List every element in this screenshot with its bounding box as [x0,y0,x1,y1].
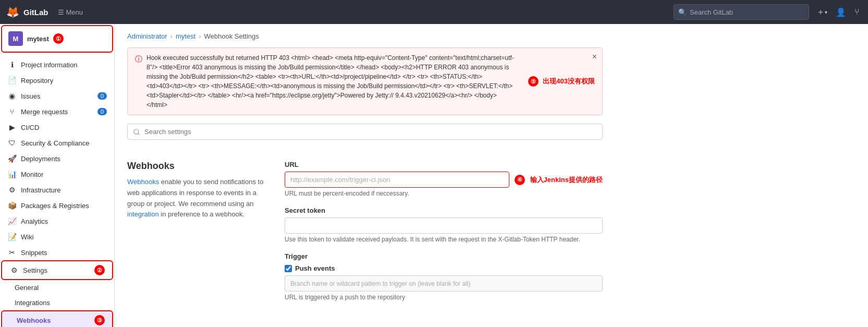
sidebar-item-infrastructure[interactable]: ⚙ Infrastructure [0,182,114,198]
alert-close-button[interactable]: × [592,52,597,62]
push-events-label: Push events [295,264,335,272]
info-icon: ℹ [7,60,17,69]
wiki-icon: 📝 [7,233,17,241]
sidebar-item-label: Webhooks [17,317,90,324]
sidebar-item-label: Security & Compliance [21,139,107,147]
alert-banner: ⓘ Hook executed successfully but returne… [127,47,603,115]
sidebar-item-webhooks[interactable]: Webhooks ③ [2,311,112,327]
main-content: Administrator › mytest › Webhook Setting… [115,24,868,327]
chevron-down-icon: ▾ [825,9,827,15]
url-help: URL must be percent-encoded if neccessar… [285,190,603,197]
webhooks-link[interactable]: Webhooks [127,178,159,186]
annotation-badge-5: ⑤ [528,76,539,87]
sidebar-item-label: CI/CD [21,124,107,131]
alert-icon: ⓘ [135,54,142,110]
hamburger-icon: ☰ [58,8,64,16]
sidebar-item-settings[interactable]: ⚙ Settings ② [2,261,112,279]
sidebar-item-wiki[interactable]: 📝 Wiki [0,229,114,245]
sidebar-item-merge-requests[interactable]: ⑂ Merge requests 0 [0,104,114,119]
webhooks-description: Webhooks Webhooks enable you to send not… [127,161,268,310]
sidebar-item-label: Snippets [21,249,107,257]
sidebar-item-security-compliance[interactable]: 🛡 Security & Compliance [0,135,114,151]
breadcrumb-administrator[interactable]: Administrator [127,32,167,40]
sidebar-item-label: Merge requests [21,108,93,116]
branch-help: URL is triggered by a push to the reposi… [285,294,603,301]
packages-icon: 📦 [7,201,17,210]
profile-icon: 👤 [836,7,846,17]
search-icon: 🔍 [678,8,687,16]
sidebar-item-repository[interactable]: 📄 Repository [0,72,114,88]
sidebar-item-snippets[interactable]: ✂ Snippets [0,245,114,260]
secret-token-section: Secret token Use this token to validate … [285,207,603,243]
gitlab-logo: 🦊 GitLab [6,6,48,18]
sidebar-item-deployments[interactable]: 🚀 Deployments [0,151,114,166]
trigger-label: Trigger [285,252,603,260]
trigger-section: Trigger Push events URL is triggered by … [285,252,603,301]
breadcrumb-current: Webhook Settings [204,32,259,40]
create-new-button[interactable]: ＋ ▾ [814,5,829,20]
monitor-icon: 📊 [7,170,17,178]
issues-icon: ◉ [7,92,17,100]
sidebar-item-label: Settings [23,267,90,274]
sidebar-item-label: Analytics [21,217,107,225]
url-annotation-text: 输入Jenkins提供的路径 [530,175,603,185]
annotation-badge-1: ① [53,33,64,44]
url-row: ④ 输入Jenkins提供的路径 [285,172,603,188]
search-settings-container [127,124,603,150]
alert-text: Hook executed successfully but returned … [146,53,519,110]
menu-button[interactable]: ☰ Menu [54,6,88,18]
url-label: URL [285,161,603,168]
annotation-badge-2: ② [94,265,105,275]
settings-icon: ⚙ [9,266,19,274]
infra-icon: ⚙ [7,186,17,194]
annotation-badge-4: ④ [515,175,525,185]
secret-token-help: Use this token to validate received payl… [285,236,603,243]
sidebar-item-label: Project information [21,61,107,69]
sidebar-item-monitor[interactable]: 📊 Monitor [0,166,114,182]
breadcrumb-sep: › [170,32,173,40]
sidebar-item-general[interactable]: General [0,280,114,295]
repo-icon: 📄 [7,76,17,84]
search-settings-input[interactable] [127,124,603,140]
shield-icon: 🛡 [7,139,17,147]
sidebar-item-cicd[interactable]: ▶ CI/CD [0,119,114,135]
global-search-bar[interactable]: 🔍 Search GitLab [674,4,809,20]
integration-link[interactable]: integration [127,210,159,218]
merge-icon: ⑂ [7,107,17,116]
url-section: URL ④ 输入Jenkins提供的路径 URL must be percent… [285,161,603,197]
secret-token-label: Secret token [285,207,603,214]
merge-request-button[interactable]: ⑂ [852,5,862,19]
nav-icons: ＋ ▾ 👤 ⑂ [814,5,862,20]
sidebar-item-project-information[interactable]: ℹ Project information [0,57,114,72]
url-input[interactable] [285,172,509,188]
webhooks-form: URL ④ 输入Jenkins提供的路径 URL must be percent… [285,161,603,310]
sidebar-item-label: Integrations [15,299,107,307]
branch-pattern-input[interactable] [285,275,603,292]
sidebar-item-label: Deployments [21,155,107,163]
annotation-badge-3: ③ [94,315,105,325]
sidebar-item-label: General [15,284,107,292]
merge-icon: ⑂ [854,7,860,17]
push-events-checkbox[interactable] [285,265,292,272]
top-nav: 🦊 GitLab ☰ Menu 🔍 Search GitLab ＋ ▾ 👤 ⑂ [0,0,868,24]
profile-button[interactable]: 👤 [834,5,848,19]
sidebar-item-packages-registries[interactable]: 📦 Packages & Registries [0,198,114,213]
sidebar-item-integrations[interactable]: Integrations [0,295,114,310]
sidebar-nav: ℹ Project information 📄 Repository ◉ Iss… [0,54,114,327]
secret-token-input[interactable] [285,217,603,234]
alert-annotation: ⑤ 出现403没有权限 [528,53,595,110]
sidebar-item-issues[interactable]: ◉ Issues 0 [0,88,114,104]
cicd-icon: ▶ [7,123,17,131]
plus-icon: ＋ [816,7,825,18]
breadcrumb-mytest[interactable]: mytest [176,32,195,40]
sidebar-item-label: Repository [21,77,107,84]
breadcrumb: Administrator › mytest › Webhook Setting… [127,32,603,40]
deploy-icon: 🚀 [7,154,17,163]
sidebar-item-label: Wiki [21,233,107,241]
project-name: mytest [27,35,49,43]
push-events-row: Push events [285,264,603,272]
project-header[interactable]: M mytest ① [2,26,112,52]
sidebar-item-analytics[interactable]: 📈 Analytics [0,213,114,229]
sidebar-item-label: Packages & Registries [21,202,107,210]
sidebar-item-label: Infrastructure [21,186,107,194]
